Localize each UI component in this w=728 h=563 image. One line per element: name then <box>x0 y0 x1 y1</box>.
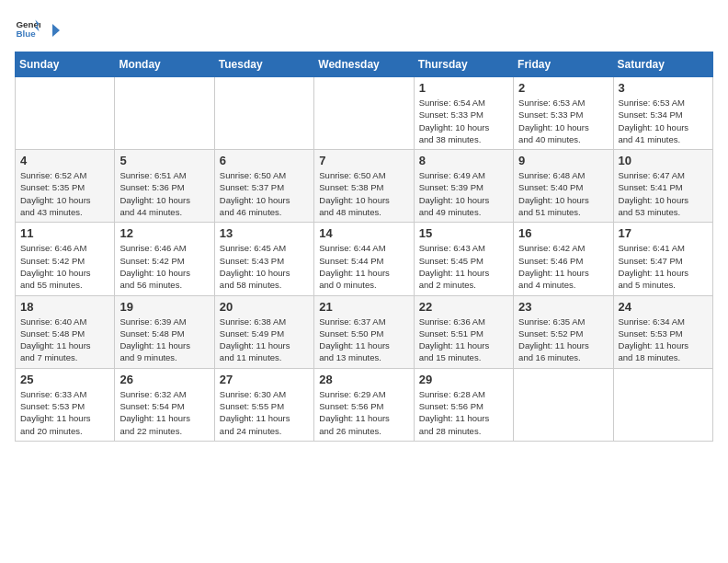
calendar-day: 24Sunrise: 6:34 AM Sunset: 5:53 PM Dayli… <box>613 295 712 368</box>
day-number: 25 <box>20 373 109 386</box>
day-info: Sunrise: 6:47 AM Sunset: 5:41 PM Dayligh… <box>619 169 708 218</box>
calendar-day: 16Sunrise: 6:42 AM Sunset: 5:46 PM Dayli… <box>514 223 613 295</box>
calendar-day: 6Sunrise: 6:50 AM Sunset: 5:37 PM Daylig… <box>214 150 313 223</box>
calendar-day <box>214 77 313 150</box>
calendar-day: 11Sunrise: 6:46 AM Sunset: 5:42 PM Dayli… <box>16 223 115 295</box>
calendar-day: 25Sunrise: 6:33 AM Sunset: 5:53 PM Dayli… <box>16 368 115 441</box>
calendar-week: 25Sunrise: 6:33 AM Sunset: 5:53 PM Dayli… <box>16 368 713 441</box>
day-number: 21 <box>319 300 408 314</box>
day-header-friday: Friday <box>514 52 613 77</box>
calendar-week: 1Sunrise: 6:54 AM Sunset: 5:33 PM Daylig… <box>16 77 713 150</box>
day-info: Sunrise: 6:49 AM Sunset: 5:39 PM Dayligh… <box>419 169 508 218</box>
calendar-body: 1Sunrise: 6:54 AM Sunset: 5:33 PM Daylig… <box>16 77 713 442</box>
day-info: Sunrise: 6:42 AM Sunset: 5:46 PM Dayligh… <box>518 242 608 291</box>
calendar-day: 28Sunrise: 6:29 AM Sunset: 5:56 PM Dayli… <box>314 368 414 441</box>
calendar-day: 26Sunrise: 6:32 AM Sunset: 5:54 PM Dayli… <box>115 368 214 441</box>
day-number: 20 <box>220 300 309 314</box>
day-info: Sunrise: 6:34 AM Sunset: 5:53 PM Dayligh… <box>619 316 708 364</box>
calendar-week: 18Sunrise: 6:40 AM Sunset: 5:48 PM Dayli… <box>16 295 713 368</box>
day-info: Sunrise: 6:51 AM Sunset: 5:36 PM Dayligh… <box>119 169 209 218</box>
day-header-thursday: Thursday <box>414 52 513 77</box>
day-info: Sunrise: 6:50 AM Sunset: 5:37 PM Dayligh… <box>220 169 309 218</box>
day-number: 19 <box>119 300 209 314</box>
day-info: Sunrise: 6:46 AM Sunset: 5:42 PM Dayligh… <box>119 242 209 291</box>
logo: General Blue <box>15 15 66 40</box>
calendar-day: 2Sunrise: 6:53 AM Sunset: 5:33 PM Daylig… <box>514 77 613 150</box>
svg-text:Blue: Blue <box>16 29 36 39</box>
day-info: Sunrise: 6:53 AM Sunset: 5:33 PM Dayligh… <box>518 97 608 145</box>
day-info: Sunrise: 6:54 AM Sunset: 5:33 PM Dayligh… <box>419 97 508 145</box>
day-info: Sunrise: 6:33 AM Sunset: 5:53 PM Dayligh… <box>20 388 109 437</box>
calendar-day: 8Sunrise: 6:49 AM Sunset: 5:39 PM Daylig… <box>414 150 513 223</box>
calendar-table: SundayMondayTuesdayWednesdayThursdayFrid… <box>15 52 713 442</box>
day-info: Sunrise: 6:43 AM Sunset: 5:45 PM Dayligh… <box>419 242 508 291</box>
calendar-day <box>115 77 214 150</box>
day-number: 14 <box>319 226 408 240</box>
calendar-day: 4Sunrise: 6:52 AM Sunset: 5:35 PM Daylig… <box>16 150 115 223</box>
day-number: 5 <box>119 154 209 167</box>
calendar-day: 12Sunrise: 6:46 AM Sunset: 5:42 PM Dayli… <box>115 223 214 295</box>
calendar-day: 10Sunrise: 6:47 AM Sunset: 5:41 PM Dayli… <box>613 150 712 223</box>
calendar-day <box>514 368 613 441</box>
day-number: 3 <box>619 81 708 95</box>
day-info: Sunrise: 6:46 AM Sunset: 5:42 PM Dayligh… <box>20 242 109 291</box>
calendar-week: 11Sunrise: 6:46 AM Sunset: 5:42 PM Dayli… <box>16 223 713 295</box>
day-header-sunday: Sunday <box>16 52 115 77</box>
day-number: 23 <box>518 300 608 314</box>
day-number: 26 <box>119 373 209 386</box>
day-number: 16 <box>518 226 608 240</box>
calendar-day: 18Sunrise: 6:40 AM Sunset: 5:48 PM Dayli… <box>16 295 115 368</box>
day-header-monday: Monday <box>115 52 214 77</box>
day-info: Sunrise: 6:30 AM Sunset: 5:55 PM Dayligh… <box>220 388 309 437</box>
day-info: Sunrise: 6:28 AM Sunset: 5:56 PM Dayligh… <box>419 388 508 437</box>
calendar-day: 1Sunrise: 6:54 AM Sunset: 5:33 PM Daylig… <box>414 77 513 150</box>
day-number: 10 <box>619 154 708 167</box>
day-info: Sunrise: 6:40 AM Sunset: 5:48 PM Dayligh… <box>20 316 109 364</box>
day-info: Sunrise: 6:52 AM Sunset: 5:35 PM Dayligh… <box>20 169 109 218</box>
day-number: 4 <box>20 154 109 167</box>
day-number: 22 <box>419 300 508 314</box>
calendar-day: 7Sunrise: 6:50 AM Sunset: 5:38 PM Daylig… <box>314 150 414 223</box>
calendar-day: 13Sunrise: 6:45 AM Sunset: 5:43 PM Dayli… <box>214 223 313 295</box>
day-info: Sunrise: 6:32 AM Sunset: 5:54 PM Dayligh… <box>119 388 209 437</box>
day-header-saturday: Saturday <box>613 52 712 77</box>
day-info: Sunrise: 6:37 AM Sunset: 5:50 PM Dayligh… <box>319 316 408 364</box>
header-row: SundayMondayTuesdayWednesdayThursdayFrid… <box>16 52 713 77</box>
calendar-day: 9Sunrise: 6:48 AM Sunset: 5:40 PM Daylig… <box>514 150 613 223</box>
calendar-day: 21Sunrise: 6:37 AM Sunset: 5:50 PM Dayli… <box>314 295 414 368</box>
svg-marker-3 <box>52 24 60 37</box>
day-number: 6 <box>220 154 309 167</box>
day-number: 8 <box>419 154 508 167</box>
calendar-day: 23Sunrise: 6:35 AM Sunset: 5:52 PM Dayli… <box>514 295 613 368</box>
calendar-day: 27Sunrise: 6:30 AM Sunset: 5:55 PM Dayli… <box>214 368 313 441</box>
day-info: Sunrise: 6:50 AM Sunset: 5:38 PM Dayligh… <box>319 169 408 218</box>
day-info: Sunrise: 6:44 AM Sunset: 5:44 PM Dayligh… <box>319 242 408 291</box>
day-info: Sunrise: 6:38 AM Sunset: 5:49 PM Dayligh… <box>220 316 309 364</box>
calendar-day <box>16 77 115 150</box>
day-number: 1 <box>419 81 508 95</box>
day-info: Sunrise: 6:53 AM Sunset: 5:34 PM Dayligh… <box>619 97 708 145</box>
day-number: 28 <box>319 373 408 386</box>
calendar-week: 4Sunrise: 6:52 AM Sunset: 5:35 PM Daylig… <box>16 150 713 223</box>
day-info: Sunrise: 6:48 AM Sunset: 5:40 PM Dayligh… <box>518 169 608 218</box>
logo-arrow-icon <box>45 20 65 40</box>
calendar-day: 3Sunrise: 6:53 AM Sunset: 5:34 PM Daylig… <box>613 77 712 150</box>
day-info: Sunrise: 6:39 AM Sunset: 5:48 PM Dayligh… <box>119 316 209 364</box>
day-info: Sunrise: 6:45 AM Sunset: 5:43 PM Dayligh… <box>220 242 309 291</box>
day-number: 15 <box>419 226 508 240</box>
calendar-day: 22Sunrise: 6:36 AM Sunset: 5:51 PM Dayli… <box>414 295 513 368</box>
calendar-day: 19Sunrise: 6:39 AM Sunset: 5:48 PM Dayli… <box>115 295 214 368</box>
day-number: 27 <box>220 373 309 386</box>
day-number: 24 <box>619 300 708 314</box>
day-number: 17 <box>619 226 708 240</box>
day-number: 11 <box>20 226 109 240</box>
day-info: Sunrise: 6:41 AM Sunset: 5:47 PM Dayligh… <box>619 242 708 291</box>
day-info: Sunrise: 6:29 AM Sunset: 5:56 PM Dayligh… <box>319 388 408 437</box>
logo-icon: General Blue <box>15 15 40 40</box>
day-number: 9 <box>518 154 608 167</box>
day-number: 13 <box>220 226 309 240</box>
calendar-day <box>314 77 414 150</box>
calendar-day: 14Sunrise: 6:44 AM Sunset: 5:44 PM Dayli… <box>314 223 414 295</box>
calendar-day: 15Sunrise: 6:43 AM Sunset: 5:45 PM Dayli… <box>414 223 513 295</box>
day-number: 18 <box>20 300 109 314</box>
